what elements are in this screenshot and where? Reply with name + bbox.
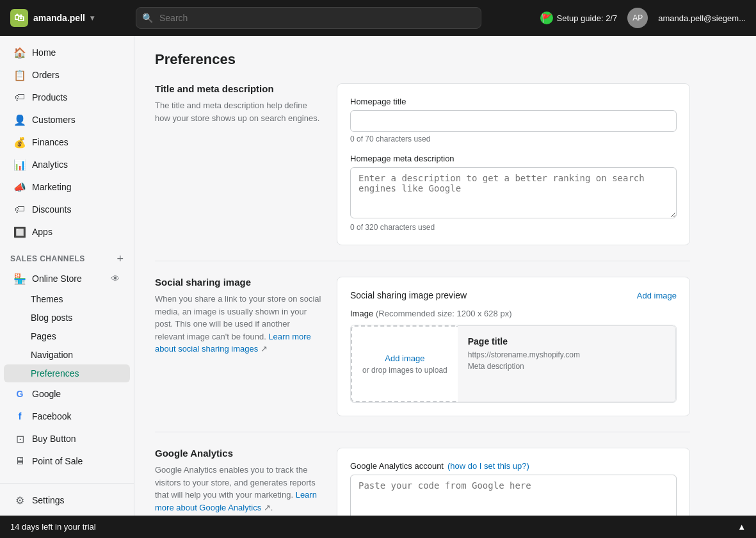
ga-how-link[interactable]: (how do I set this up?) xyxy=(447,461,529,471)
avatar[interactable]: AP xyxy=(627,8,648,28)
sidebar-item-customers[interactable]: 👤 Customers xyxy=(4,109,130,131)
setup-flag-icon: 🚩 xyxy=(540,12,553,24)
sidebar-item-analytics[interactable]: 📊 Analytics xyxy=(4,154,130,175)
apps-icon: 🔲 xyxy=(14,226,26,238)
sidebar-label-facebook: Facebook xyxy=(32,411,71,421)
setup-guide-button[interactable]: 🚩 Setup guide: 2/7 xyxy=(540,12,618,24)
sidebar-label-marketing: Marketing xyxy=(32,182,71,192)
sales-channels-section: Sales channels + xyxy=(0,248,134,267)
sidebar-label-finances: Finances xyxy=(32,137,68,147)
ga-label-row: Google Analytics account (how do I set t… xyxy=(350,461,677,471)
social-left: Social sharing image When you share a li… xyxy=(155,277,321,355)
sidebar-item-marketing[interactable]: 📣 Marketing xyxy=(4,176,130,198)
homepage-title-char-count: 0 of 70 characters used xyxy=(350,134,677,143)
sidebar-item-navigation[interactable]: Navigation xyxy=(4,346,130,364)
trial-bar-text: 14 days left in your trial xyxy=(10,522,96,532)
marketing-icon: 📣 xyxy=(14,181,26,193)
analytics-icon: 📊 xyxy=(14,159,26,170)
sidebar-label-pos: Point of Sale xyxy=(32,456,83,466)
ga-code-input[interactable] xyxy=(350,475,677,516)
sidebar-item-apps[interactable]: 🔲 Apps xyxy=(4,221,130,243)
store-logo[interactable]: 🛍 amanda.pell ▾ xyxy=(10,9,125,27)
ga-learn-more-link[interactable]: Learn more about Google Analytics xyxy=(155,490,317,512)
sidebar-item-buy-button[interactable]: ⊡ Buy Button xyxy=(4,428,130,450)
layout: 🏠 Home 📋 Orders 🏷 Products 👤 Customers 💰… xyxy=(0,36,756,516)
google-analytics-section: Google Analytics Google Analytics enable… xyxy=(155,448,690,516)
sidebar-label-analytics: Analytics xyxy=(32,159,68,170)
avatar-initials: AP xyxy=(632,13,643,22)
image-upload-area[interactable]: Add image or drop images to upload xyxy=(351,325,458,402)
sidebar-item-themes[interactable]: Themes xyxy=(4,290,130,308)
homepage-title-group: Homepage title 0 of 70 characters used xyxy=(350,97,677,143)
shopify-icon: 🛍 xyxy=(10,9,28,27)
sidebar-label-buy-button: Buy Button xyxy=(32,434,76,444)
sidebar-item-point-of-sale[interactable]: 🖥 Point of Sale xyxy=(4,450,130,472)
social-preview-info: Page title https://storename.myshopify.c… xyxy=(458,325,676,402)
customers-icon: 👤 xyxy=(14,114,26,126)
sidebar-item-finances[interactable]: 💰 Finances xyxy=(4,131,130,153)
search-input[interactable] xyxy=(136,7,481,29)
external-link-icon: ↗ xyxy=(261,344,268,354)
social-heading: Social sharing image xyxy=(155,277,321,288)
sidebar-label-customers: Customers xyxy=(32,115,76,125)
settings-icon: ⚙ xyxy=(14,494,26,506)
sidebar-item-discounts[interactable]: 🏷 Discounts xyxy=(4,199,130,220)
online-store-eye-icon[interactable]: 👁 xyxy=(111,273,120,284)
title-meta-card: Homepage title 0 of 70 characters used H… xyxy=(337,83,690,245)
sidebar-item-google[interactable]: G Google xyxy=(4,383,130,405)
ga-account-label: Google Analytics account xyxy=(350,461,444,471)
homepage-meta-input[interactable] xyxy=(350,167,677,218)
sidebar-nav: 🏠 Home 📋 Orders 🏷 Products 👤 Customers 💰… xyxy=(0,36,134,478)
social-learn-more-link[interactable]: Learn more about social sharing images xyxy=(155,332,311,354)
image-label: Image xyxy=(350,309,373,318)
divider-1 xyxy=(155,261,690,261)
sidebar-item-blog-posts[interactable]: Blog posts xyxy=(4,309,130,327)
sidebar-item-settings[interactable]: ⚙ Settings xyxy=(4,489,130,511)
social-preview-header: Social sharing image preview Add image xyxy=(350,290,677,300)
sidebar-label-products: Products xyxy=(32,92,67,102)
homepage-meta-label: Homepage meta description xyxy=(350,154,677,163)
sidebar-item-pages[interactable]: Pages xyxy=(4,327,130,345)
sidebar-label-settings: Settings xyxy=(32,495,65,505)
social-desc: When you share a link to your store on s… xyxy=(155,293,321,355)
trial-bar-icon: ▲ xyxy=(737,522,746,532)
sidebar-footer: ⚙ Settings xyxy=(0,483,134,516)
pos-icon: 🖥 xyxy=(14,455,26,467)
sidebar-item-products[interactable]: 🏷 Products xyxy=(4,86,130,108)
sidebar-item-home[interactable]: 🏠 Home xyxy=(4,42,130,63)
facebook-icon: f xyxy=(14,411,26,422)
sidebar-label-apps: Apps xyxy=(32,227,52,237)
search-icon: 🔍 xyxy=(142,13,153,23)
preview-page-title: Page title xyxy=(468,336,665,346)
sidebar-label-google: Google xyxy=(32,389,61,399)
sidebar-label-orders: Orders xyxy=(32,70,60,80)
add-sales-channel-button[interactable]: + xyxy=(117,253,124,265)
search-bar: 🔍 xyxy=(136,7,481,29)
image-label-row: Image (Recommended size: 1200 x 628 px) xyxy=(350,308,677,318)
page-title: Preferences xyxy=(155,51,690,68)
homepage-meta-group: Homepage meta description 0 of 320 chara… xyxy=(350,154,677,232)
google-icon: G xyxy=(14,388,26,400)
upload-sub-label: or drop images to upload xyxy=(362,366,447,375)
sidebar-item-preferences[interactable]: Preferences xyxy=(4,364,130,382)
online-store-icon: 🏪 xyxy=(14,273,26,284)
sidebar-item-facebook[interactable]: f Facebook xyxy=(4,405,130,427)
user-email: amanda.pell@siegem... xyxy=(658,13,746,23)
title-meta-desc: The title and meta description help defi… xyxy=(155,99,321,124)
setup-guide-label: Setup guide: 2/7 xyxy=(557,13,618,23)
add-image-link[interactable]: Add image xyxy=(637,291,677,300)
social-sharing-section: Social sharing image When you share a li… xyxy=(155,277,690,416)
sidebar-item-orders[interactable]: 📋 Orders xyxy=(4,64,130,86)
social-preview-title: Social sharing image preview xyxy=(350,290,467,300)
home-icon: 🏠 xyxy=(14,47,26,58)
store-chevron-icon: ▾ xyxy=(90,13,94,22)
finances-icon: 💰 xyxy=(14,136,26,148)
store-name: amanda.pell xyxy=(33,13,85,23)
trial-bar[interactable]: 14 days left in your trial ▲ xyxy=(0,516,756,538)
homepage-title-input[interactable] xyxy=(350,110,677,132)
sidebar-item-online-store[interactable]: 🏪 Online Store 👁 xyxy=(4,268,130,289)
sidebar-label-home: Home xyxy=(32,47,56,58)
social-preview-box: Add image or drop images to upload Page … xyxy=(350,325,677,403)
sales-channels-label: Sales channels xyxy=(10,254,85,263)
sidebar-label-discounts: Discounts xyxy=(32,204,71,215)
